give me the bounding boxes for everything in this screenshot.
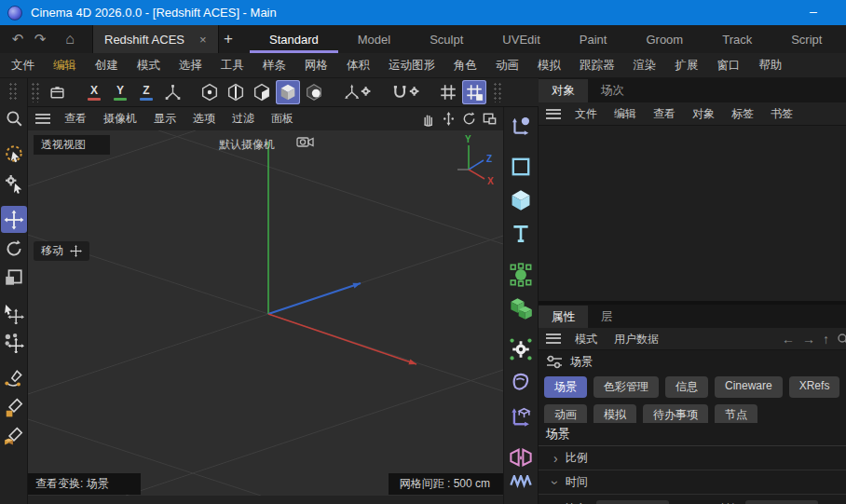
attr-tab-nodes[interactable]: 节点 [715, 404, 757, 423]
snap-settings-button[interactable] [388, 80, 423, 104]
chevron-right-icon[interactable]: › [553, 451, 558, 466]
layout-tab-standard[interactable]: Standard [250, 25, 338, 53]
attribute-manager-menu-icon[interactable] [546, 334, 561, 344]
group-scale[interactable]: › 比例 [539, 446, 846, 470]
menu-volume[interactable]: 体积 [337, 53, 379, 78]
pan-hand-icon[interactable] [419, 110, 437, 128]
attr-tab-scene[interactable]: 场景 [544, 376, 587, 398]
menu-mesh[interactable]: 网格 [295, 53, 337, 78]
y-axis-lock-button[interactable]: Y [108, 80, 132, 104]
palette-drag-handle[interactable] [8, 82, 19, 101]
om-menu-bookmarks[interactable]: 书签 [762, 102, 801, 125]
menu-character[interactable]: 角色 [444, 53, 486, 78]
tab-attributes[interactable]: 属性 [539, 306, 588, 329]
simulation-button[interactable] [505, 334, 537, 364]
layout-tab-model[interactable]: Model [338, 25, 410, 53]
axis-settings-button[interactable] [339, 80, 375, 104]
search-tool-button[interactable] [1, 104, 27, 131]
om-menu-objects[interactable]: 对象 [684, 102, 723, 125]
toolbar-drag-handle[interactable] [493, 82, 503, 102]
menu-mograph[interactable]: 运动图形 [379, 53, 444, 78]
minimize-button[interactable]: – [801, 2, 826, 22]
attribute-search-icon[interactable] [837, 333, 846, 346]
om-menu-edit[interactable]: 编辑 [606, 102, 645, 125]
back-arrow-icon[interactable]: ← [782, 332, 795, 347]
quantize-button[interactable] [462, 80, 486, 104]
menu-help[interactable]: 帮助 [750, 53, 792, 78]
layout-tab-uvedit[interactable]: UVEdit [483, 25, 559, 53]
orbit-rotate-icon[interactable] [460, 110, 478, 128]
model-mode-button[interactable] [276, 80, 300, 104]
attr-tab-color-management[interactable]: 色彩管理 [594, 376, 659, 398]
spline-pen-tool-button[interactable] [1, 365, 27, 392]
fps-input[interactable]: 30 [596, 500, 669, 504]
object-list[interactable] [539, 126, 846, 301]
home-icon[interactable]: ⌂ [60, 28, 80, 50]
close-tab-icon[interactable]: × [199, 33, 207, 47]
viewport-menu-panel[interactable]: 面板 [263, 107, 302, 130]
attr-tab-xrefs[interactable]: XRefs [789, 376, 840, 398]
menu-select[interactable]: 选择 [170, 53, 212, 78]
menu-render[interactable]: 渲染 [624, 53, 666, 78]
coordinate-system-button[interactable] [160, 80, 184, 104]
undo-icon[interactable]: ↶ [7, 28, 28, 50]
volume-builder-button[interactable] [505, 293, 537, 323]
tab-layers[interactable]: 层 [588, 306, 626, 329]
menu-mode[interactable]: 模式 [128, 53, 170, 78]
viewport-menu-icon[interactable] [35, 114, 50, 124]
viewport-menu-view[interactable]: 查看 [56, 107, 95, 130]
spline-tools-button[interactable] [505, 110, 537, 141]
spline-primitive-button[interactable] [505, 151, 537, 182]
move-tool-button[interactable] [1, 206, 27, 233]
up-arrow-icon[interactable]: ↑ [823, 332, 829, 347]
om-menu-file[interactable]: 文件 [566, 102, 606, 125]
viewport-menu-display[interactable]: 显示 [145, 107, 184, 130]
primitive-cube-button[interactable] [505, 184, 537, 215]
texture-mode-button[interactable] [302, 80, 326, 104]
cloner-button[interactable] [505, 259, 537, 290]
layout-tab-sculpt[interactable]: Sculpt [410, 25, 483, 53]
menu-animate[interactable]: 动画 [486, 53, 528, 78]
menu-tools[interactable]: 工具 [212, 53, 253, 78]
om-menu-tags[interactable]: 标签 [723, 102, 762, 125]
symmetry-button[interactable] [505, 442, 537, 472]
tweak-tool-button[interactable] [1, 170, 27, 197]
axis-workplane-button[interactable] [505, 401, 537, 431]
attr-tab-cineware[interactable]: Cineware [715, 376, 783, 398]
camera-name-label[interactable]: 默认摄像机 [219, 137, 275, 153]
point-transform-tool-button[interactable] [1, 329, 27, 356]
transform-tool-button[interactable] [1, 300, 27, 327]
layout-tab-paint[interactable]: Paint [560, 25, 627, 53]
toolbar-drag-handle[interactable] [31, 82, 41, 102]
polygon-pen-tool-button[interactable] [1, 423, 27, 450]
menu-file[interactable]: 文件 [2, 53, 44, 78]
am-menu-userdata[interactable]: 用户数据 [606, 328, 667, 350]
grid-snap-button[interactable] [436, 80, 460, 104]
am-menu-mode[interactable]: 模式 [566, 328, 606, 350]
layout-tab-track[interactable]: Track [703, 25, 771, 53]
attr-tab-animation[interactable]: 动画 [544, 404, 587, 423]
view-name-label[interactable]: 透视视图 [34, 135, 110, 155]
clipped-tool-button[interactable] [505, 475, 537, 488]
document-tab[interactable]: Redshift ACES × [92, 25, 219, 53]
menu-extensions[interactable]: 扩展 [666, 53, 708, 78]
attr-tab-simulation[interactable]: 模拟 [594, 404, 636, 423]
viewport-canvas[interactable]: 透视视图 默认摄像机 Y Z X 移动 查看变换: [28, 130, 503, 496]
attr-tab-info[interactable]: 信息 [665, 376, 708, 398]
rotate-tool-button[interactable] [1, 235, 27, 262]
om-menu-view[interactable]: 查看 [645, 102, 684, 125]
viewport-menu-cameras[interactable]: 摄像机 [95, 107, 145, 130]
group-time[interactable]: › 时间 [539, 470, 846, 495]
scale-tool-button[interactable] [1, 264, 27, 291]
menu-simulate[interactable]: 模拟 [528, 53, 570, 78]
menu-window[interactable]: 窗口 [708, 53, 750, 78]
menu-create[interactable]: 创建 [86, 53, 128, 78]
tab-takes[interactable]: 场次 [588, 79, 637, 102]
tab-objects[interactable]: 对象 [539, 79, 588, 102]
menu-edit[interactable]: 编辑 [44, 53, 86, 78]
attr-tab-todo[interactable]: 待办事项 [643, 404, 708, 423]
x-axis-lock-button[interactable]: X [82, 80, 106, 104]
redo-icon[interactable]: ↷ [30, 28, 50, 50]
menu-tracker[interactable]: 跟踪器 [570, 53, 624, 78]
workplane-box-button[interactable] [45, 80, 69, 104]
